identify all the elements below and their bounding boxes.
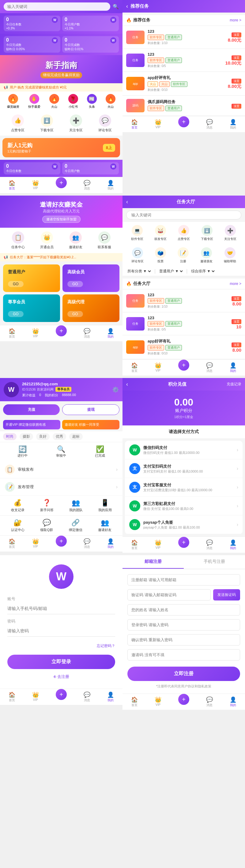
nav-add-1[interactable]: + — [56, 180, 67, 191]
register-link[interactable]: ⊕ 去注册 — [53, 674, 69, 679]
reg-confirm-input[interactable] — [127, 634, 240, 646]
reg-email-input[interactable] — [127, 574, 240, 586]
feat-bind-wx[interactable]: 🔗 绑定微信 — [69, 519, 82, 532]
more-link-2[interactable]: more > — [230, 282, 241, 286]
score-transfer-banner[interactable]: 邀请好友 积极一同享受 — [62, 420, 119, 429]
nav-home-r2[interactable]: 🏠 首页 — [131, 362, 138, 373]
nav-add-4[interactable]: + — [56, 691, 67, 703]
recharge-record-link[interactable]: 充值记录 — [226, 382, 241, 387]
vip-card-premium[interactable]: 高级会员 GO — [62, 265, 119, 292]
reg-name-input[interactable] — [127, 604, 240, 616]
back-button-2[interactable]: ‹ — [126, 199, 128, 205]
nav-add-btn-1[interactable]: + — [56, 177, 67, 188]
feat-faq[interactable]: ❓ 新手问答 — [40, 499, 54, 513]
register-button[interactable]: 立即注册 — [127, 666, 240, 681]
send-code-button[interactable]: 发送验证码 — [213, 589, 240, 600]
open-vip-banner[interactable]: 开通VIP 绑定微信获拥有感 — [3, 420, 60, 429]
feat-cert[interactable]: 🔐 认证中心 — [11, 519, 25, 532]
qa-task-center[interactable]: 📋 任务中心 — [11, 231, 25, 249]
invite-btn[interactable]: 邀请空投智刷手加盟 — [42, 216, 81, 223]
reg-invite-input[interactable] — [127, 649, 240, 660]
nav-mine-2[interactable]: 👤 我的 — [107, 328, 114, 339]
r2-top-btn-3[interactable]: 顶置 — [232, 342, 241, 347]
icon-dl[interactable]: ⬇️ 下载专区 — [201, 225, 213, 241]
nav-home-r3[interactable]: 🏠 首页 — [131, 539, 138, 550]
nav-add-btn-2[interactable]: + — [56, 326, 67, 336]
reg-code-input[interactable] — [127, 589, 211, 600]
icon-comment[interactable]: 💬 评论专区 — [131, 247, 144, 264]
fire-cat-6[interactable]: 🔥 火山 — [106, 94, 116, 109]
qa-invite[interactable]: 👥 邀请好友 — [69, 231, 82, 249]
r2-top-btn-2[interactable]: 顶置 — [232, 319, 241, 324]
more-link-1[interactable]: more > — [230, 18, 241, 22]
icon-software[interactable]: 💻 软件专区 — [131, 225, 143, 241]
fire-cat-1[interactable]: 🔥 爆赏融资 — [7, 94, 19, 109]
nav-vip-4[interactable]: 👑 VIP — [32, 691, 39, 703]
nav-home-1[interactable]: 🏠 首页 — [8, 180, 15, 191]
nav-home-4[interactable]: 🏠 首页 — [8, 691, 15, 703]
nav-msg-1[interactable]: 💬 消息 — [84, 180, 90, 191]
tab-email-register[interactable]: 邮箱注册 — [123, 555, 184, 569]
task-search-input-2[interactable] — [126, 211, 241, 219]
filter-category[interactable]: 所有分类 ▼ — [126, 269, 152, 274]
qa-vip[interactable]: 👑 开通会员 — [40, 231, 54, 249]
ts-done[interactable]: ✅ 已完成 — [95, 445, 105, 458]
recharge-button[interactable]: 充值 — [3, 404, 60, 415]
icon-register[interactable]: 📝 注册 — [178, 247, 189, 264]
nav-home-r4[interactable]: 🏠 首页 — [131, 696, 138, 707]
nav-mine-4[interactable]: 👤 我的 — [107, 691, 114, 703]
vip-agent-go[interactable]: GO — [67, 311, 83, 317]
login-password-input[interactable] — [7, 625, 115, 637]
pay-paysap[interactable]: W paysap个人免签 paysap个人免签 最低1.00 最高100.00 … — [125, 516, 243, 534]
nav-mine-r1[interactable]: 👤 我的 — [230, 119, 237, 130]
back-button-1[interactable]: ‹ — [126, 3, 128, 9]
nav-add-r3[interactable]: + — [178, 539, 189, 550]
nav-vip-2[interactable]: 👑 VIP — [32, 328, 39, 339]
promo-banner[interactable]: 新人1元购 1元购2甜蜜柚子 8上 — [2, 138, 120, 157]
vip-card-elite[interactable]: 尊享会员 GO — [3, 294, 60, 322]
tab-fashion[interactable]: 时尚 — [3, 433, 17, 440]
settings-icon[interactable]: ⚙️ — [112, 386, 119, 393]
nav-add-r1[interactable]: + — [178, 119, 189, 130]
fire-cat-3[interactable]: 🔥 火山 — [49, 94, 59, 109]
task-top-btn-2[interactable]: 顶置 — [232, 55, 241, 60]
nav-msg-r2[interactable]: 💬 消息 — [206, 362, 213, 373]
nav-home-3[interactable]: 🏠 首页 — [8, 538, 15, 549]
task-top-btn-4[interactable]: 顶置 — [232, 104, 241, 108]
vip-card-normal[interactable]: 普通用户 GO — [3, 265, 60, 292]
nav-mine-r2[interactable]: 👤 我的 — [230, 362, 237, 373]
nav-mine-3[interactable]: 👤 我的 — [107, 538, 114, 549]
tab-good[interactable]: 良好 — [36, 433, 50, 440]
filter-sort[interactable]: 综合排序 ▼ — [190, 269, 216, 274]
pay-alipay-scan[interactable]: 支 支付宝扫码支付 支付宝扫码支付 最低1.00 最高10000.00 › — [125, 459, 243, 478]
icon-drum[interactable]: 🥁 鼓发专区 — [154, 225, 166, 241]
pay-alipay-service[interactable]: 支 支付宝客服支付 支付宝(话费流量)10秒 最低1.00 最高10000.00… — [125, 478, 243, 497]
feat-app[interactable]: 📱 我的应用 — [98, 499, 112, 513]
search-icon[interactable]: 🔍 — [113, 4, 119, 9]
fire-cat-2[interactable]: ✋ 快手最爱 — [28, 94, 40, 109]
withdraw-button[interactable]: 提现 — [62, 404, 119, 415]
nav-msg-r3[interactable]: 💬 消息 — [206, 539, 213, 550]
feat-income[interactable]: 💰 收支记录 — [11, 499, 25, 513]
login-button[interactable]: 立即登录 — [7, 655, 115, 669]
nav-add-r2[interactable]: + — [178, 362, 189, 373]
nav-add-r4[interactable]: + — [178, 696, 189, 707]
vip-premium-go[interactable]: GO — [67, 281, 83, 287]
nav-add-btn-r4[interactable]: + — [178, 694, 189, 705]
nav-home-r1[interactable]: 🏠 首页 — [131, 119, 138, 130]
icon-follow[interactable]: ➕ 关注专区 — [224, 225, 237, 241]
nav-mine-r4[interactable]: 👤 我的 — [230, 696, 237, 707]
nav-msg-r4[interactable]: 💬 消息 — [206, 696, 213, 707]
nav-add-btn-r2[interactable]: + — [178, 360, 189, 371]
qa-service[interactable]: 💬 联系客服 — [98, 231, 111, 249]
feat-team[interactable]: 👥 我的团队 — [69, 499, 83, 513]
nav-vip-3[interactable]: 👑 VIP — [32, 538, 39, 549]
cat-download[interactable]: ⬇️ 下载专区 — [40, 115, 54, 132]
nav-vip-r4[interactable]: 👑 VIP — [155, 696, 161, 707]
feat-invite2[interactable]: 👥 邀请好友 — [98, 519, 112, 532]
vip-elite-go[interactable]: GO — [8, 311, 24, 317]
ts-reviewing[interactable]: 🔍 审核中 — [56, 445, 66, 458]
task-top-btn-3[interactable]: 顶置 — [232, 79, 241, 84]
nav-vip-r1[interactable]: 👑 VIP — [155, 119, 161, 130]
nav-add-btn-4[interactable]: + — [56, 689, 67, 700]
